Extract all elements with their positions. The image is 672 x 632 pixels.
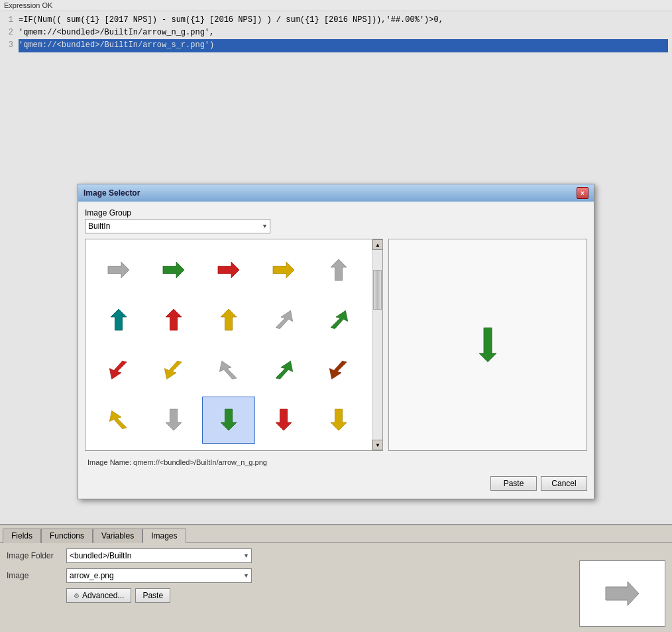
arrow-item[interactable] bbox=[258, 397, 310, 444]
tab-fields[interactable]: Fields bbox=[3, 529, 41, 543]
window-title: Expression OK bbox=[4, 1, 52, 9]
dialog-main-content: ▲ ▼ bbox=[85, 239, 587, 451]
arrow-item[interactable] bbox=[92, 246, 144, 294]
arrow-item[interactable] bbox=[258, 296, 310, 344]
image-grid-container: ▲ ▼ bbox=[85, 239, 383, 451]
dialog-cancel-button[interactable]: Cancel bbox=[541, 476, 587, 491]
svg-marker-3 bbox=[273, 262, 294, 278]
image-grid[interactable] bbox=[85, 239, 372, 450]
svg-marker-1 bbox=[163, 262, 184, 278]
scrollbar-thumb[interactable] bbox=[373, 270, 382, 310]
dialog-body: Image Group BuiltIn bbox=[78, 202, 594, 499]
image-group-select[interactable]: BuiltIn bbox=[85, 219, 270, 233]
dialog-titlebar: Image Selector × bbox=[78, 184, 594, 202]
dialog-buttons: Paste Cancel bbox=[85, 474, 587, 492]
image-row: Image arrow_e.png bbox=[7, 568, 665, 583]
modal-overlay: Image Selector × Image Group BuiltIn bbox=[0, 11, 672, 535]
svg-marker-17 bbox=[221, 409, 237, 430]
image-selector-dialog: Image Selector × Image Group BuiltIn bbox=[78, 184, 594, 499]
arrow-item[interactable] bbox=[202, 346, 254, 394]
bottom-preview-image bbox=[602, 577, 642, 610]
paste-button[interactable]: Paste bbox=[135, 588, 170, 603]
tab-content-images: Image Folder <bundled>/BuiltIn Image arr… bbox=[0, 542, 672, 608]
image-select-wrapper: arrow_e.png bbox=[66, 568, 252, 583]
preview-image bbox=[471, 325, 504, 365]
arrow-item[interactable] bbox=[147, 397, 199, 444]
svg-marker-5 bbox=[111, 309, 127, 330]
bottom-panel: Fields Functions Variables Images Image … bbox=[0, 524, 672, 632]
scrollbar-down-button[interactable]: ▼ bbox=[372, 440, 383, 450]
image-group-section: Image Group BuiltIn bbox=[85, 208, 587, 233]
arrow-item[interactable] bbox=[92, 346, 144, 394]
arrow-item[interactable] bbox=[147, 246, 199, 294]
dialog-close-button[interactable]: × bbox=[577, 187, 588, 199]
dialog-paste-button[interactable]: Paste bbox=[490, 476, 537, 491]
arrow-item[interactable] bbox=[313, 397, 365, 444]
image-group-select-wrapper: BuiltIn bbox=[85, 219, 270, 233]
image-name-value: qmem://<bundled>/BuiltIn/arrow_n_g.png bbox=[133, 458, 267, 466]
svg-marker-14 bbox=[330, 361, 347, 379]
image-name-label: Image Name: bbox=[87, 458, 131, 466]
tab-variables[interactable]: Variables bbox=[93, 529, 142, 543]
paste-label: Paste bbox=[142, 591, 163, 600]
arrow-item[interactable] bbox=[202, 246, 254, 294]
svg-marker-10 bbox=[109, 361, 127, 379]
window-titlebar: Expression OK bbox=[0, 0, 672, 11]
advanced-button[interactable]: ⚙ Advanced... bbox=[66, 588, 131, 603]
bottom-buttons-row: ⚙ Advanced... Paste bbox=[66, 588, 665, 603]
svg-marker-18 bbox=[276, 409, 292, 430]
image-name-bar: Image Name: qmem://<bundled>/BuiltIn/arr… bbox=[85, 456, 587, 468]
image-label: Image bbox=[7, 571, 60, 580]
image-preview-area bbox=[388, 239, 587, 451]
svg-marker-6 bbox=[166, 309, 182, 330]
svg-marker-15 bbox=[109, 411, 127, 429]
expression-editor: 1 =IF(Num(( sum({1} [2017 NPS]) - sum({1… bbox=[0, 11, 672, 535]
svg-marker-4 bbox=[331, 259, 347, 281]
arrow-item[interactable] bbox=[313, 246, 365, 294]
svg-marker-8 bbox=[276, 311, 293, 329]
image-folder-select[interactable]: <bundled>/BuiltIn bbox=[66, 548, 252, 563]
svg-marker-20 bbox=[479, 328, 496, 361]
arrow-item[interactable] bbox=[92, 296, 144, 344]
image-folder-row: Image Folder <bundled>/BuiltIn bbox=[7, 548, 665, 563]
svg-marker-13 bbox=[276, 361, 293, 379]
svg-marker-0 bbox=[108, 262, 129, 278]
svg-marker-9 bbox=[331, 311, 348, 329]
arrow-item[interactable] bbox=[147, 296, 199, 344]
svg-marker-11 bbox=[164, 361, 182, 379]
svg-marker-12 bbox=[219, 361, 237, 379]
svg-marker-16 bbox=[166, 409, 182, 430]
svg-marker-21 bbox=[606, 582, 639, 605]
svg-marker-2 bbox=[218, 262, 239, 278]
arrow-item[interactable] bbox=[258, 346, 310, 394]
arrow-item[interactable] bbox=[313, 296, 365, 344]
bottom-preview-area bbox=[579, 560, 665, 627]
tab-images[interactable]: Images bbox=[142, 529, 186, 543]
arrow-item[interactable] bbox=[92, 397, 144, 444]
tab-functions[interactable]: Functions bbox=[41, 529, 93, 543]
image-folder-select-wrapper: <bundled>/BuiltIn bbox=[66, 548, 252, 563]
arrow-item[interactable] bbox=[202, 296, 254, 344]
grid-scrollbar[interactable]: ▲ ▼ bbox=[372, 239, 382, 450]
arrow-item[interactable] bbox=[313, 346, 365, 394]
dialog-title: Image Selector bbox=[84, 188, 140, 198]
advanced-icon: ⚙ bbox=[74, 592, 80, 600]
image-folder-label: Image Folder bbox=[7, 551, 60, 560]
arrow-item[interactable] bbox=[147, 346, 199, 394]
scrollbar-up-button[interactable]: ▲ bbox=[372, 239, 383, 250]
svg-marker-19 bbox=[331, 409, 347, 430]
arrow-item[interactable] bbox=[202, 397, 254, 444]
svg-marker-7 bbox=[221, 309, 237, 330]
scrollbar-track[interactable] bbox=[372, 250, 382, 440]
tabs-row: Fields Functions Variables Images bbox=[0, 525, 672, 542]
arrow-item[interactable] bbox=[258, 246, 310, 294]
image-group-label: Image Group bbox=[85, 208, 587, 218]
image-select[interactable]: arrow_e.png bbox=[66, 568, 252, 583]
advanced-label: Advanced... bbox=[82, 591, 124, 600]
